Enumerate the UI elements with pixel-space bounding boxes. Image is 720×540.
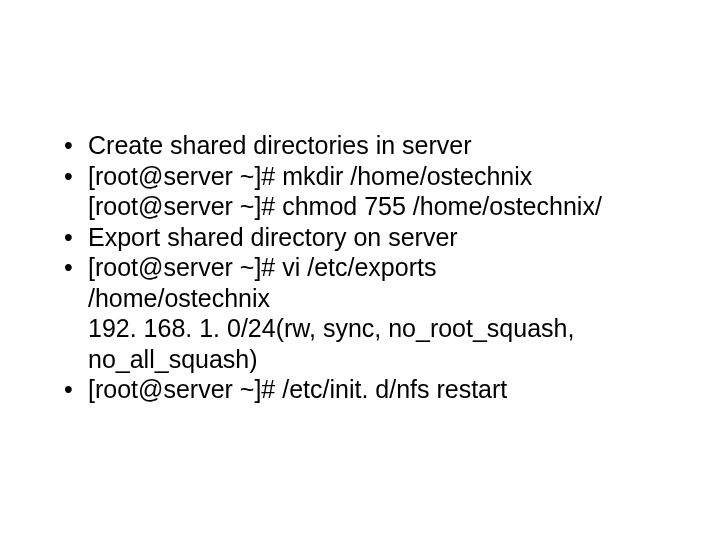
bullet-text: [root@server ~]# vi /etc/exports — [88, 252, 660, 283]
list-item: [root@server ~]# vi /etc/exports /home/o… — [60, 252, 660, 374]
bullet-text: [root@server ~]# mkdir /home/ostechnix — [88, 161, 660, 192]
list-item: [root@server ~]# /etc/init. d/nfs restar… — [60, 374, 660, 405]
slide: Create shared directories in server [roo… — [0, 0, 720, 540]
list-item: Create shared directories in server — [60, 130, 660, 161]
bullet-text: Export shared directory on server — [88, 222, 660, 253]
bullet-text: /home/ostechnix — [88, 283, 660, 314]
bullet-text: [root@server ~]# chmod 755 /home/ostechn… — [88, 191, 660, 222]
bullet-text: [root@server ~]# /etc/init. d/nfs restar… — [88, 374, 660, 405]
bullet-text: Create shared directories in server — [88, 130, 660, 161]
list-item: Export shared directory on server — [60, 222, 660, 253]
list-item: [root@server ~]# mkdir /home/ostechnix [… — [60, 161, 660, 222]
bullet-text: 192. 168. 1. 0/24(rw, sync, no_root_squa… — [88, 313, 660, 374]
bullet-list: Create shared directories in server [roo… — [60, 130, 660, 405]
